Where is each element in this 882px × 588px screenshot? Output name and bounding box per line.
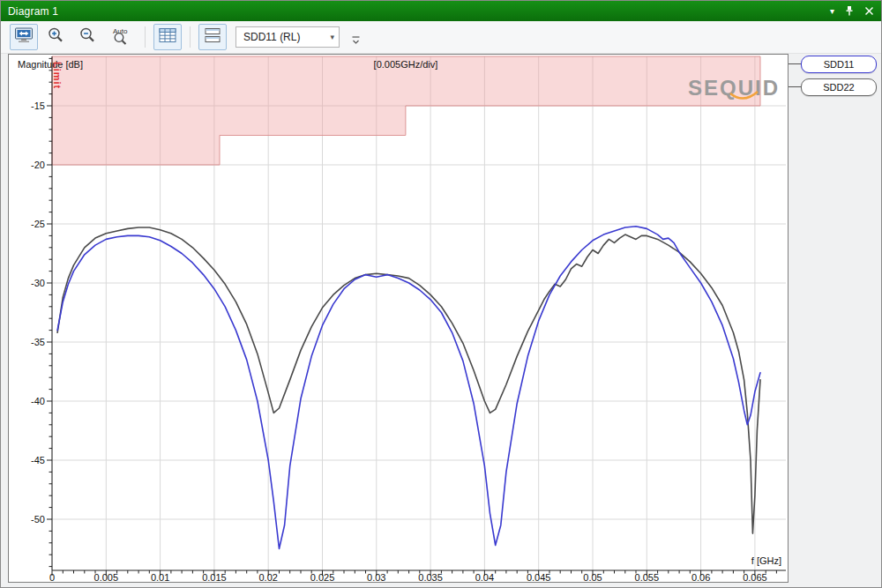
svg-text:0.015: 0.015 [202,572,227,582]
svg-text:0.01: 0.01 [151,572,169,582]
limit-label: Limit [52,62,63,89]
titlebar[interactable]: Diagram 1 ▾ [1,1,881,21]
split-horizontal-icon [204,27,221,47]
legend-item-1[interactable]: SDD22 [801,78,877,96]
series-sdd11 [57,227,760,549]
svg-text:-35: -35 [31,337,45,347]
zoom-out-icon [78,26,96,48]
window-title: Diagram 1 [8,5,830,18]
legend-item-label: SDD22 [823,82,854,93]
svg-text:0: 0 [49,572,55,582]
svg-text:-15: -15 [31,100,45,111]
trace-select-value: SDD11 (RL) [243,31,300,43]
series-sdd22 [57,227,760,533]
legend-connector [789,86,801,87]
x-axis-title: f [GHz] [751,555,781,566]
toolbar-separator [190,26,191,48]
split-view-button[interactable] [198,24,227,50]
toolbar: Auto [1,21,881,54]
svg-text:0.055: 0.055 [635,572,660,582]
zoom-out-button[interactable] [73,24,101,50]
svg-text:0.06: 0.06 [691,572,710,582]
svg-text:-40: -40 [31,396,45,406]
svg-text:-20: -20 [31,160,45,170]
svg-text:-45: -45 [31,455,45,465]
pin-icon[interactable] [844,5,855,17]
legend-item-label: SDD11 [824,59,855,70]
overflow-chevron-icon [351,34,361,49]
auto-zoom-button[interactable]: Auto [105,24,137,50]
zoom-in-icon [47,26,64,48]
svg-text:0.02: 0.02 [258,572,277,582]
svg-text:0.005: 0.005 [94,572,119,582]
chart-canvas[interactable]: 00.0050.010.0150.020.0250.030.0350.040.0… [9,55,788,582]
chevron-down-icon: ▾ [330,33,334,41]
fit-to-window-button[interactable] [10,24,38,50]
trace-select[interactable]: SDD11 (RL) ▾ [235,26,340,48]
auto-zoom-icon: Auto [109,26,132,48]
svg-text:0.04: 0.04 [475,572,494,582]
legend-connector [789,63,801,64]
svg-text:0.025: 0.025 [310,572,335,582]
diagram-window: Diagram 1 ▾ [0,0,882,588]
svg-text:0.035: 0.035 [418,572,443,582]
scale-per-div-label: [0.005GHz/div] [374,59,438,70]
chart-panel: 00.0050.010.0150.020.0250.030.0350.040.0… [8,54,789,583]
close-icon[interactable] [864,6,874,16]
svg-text:-50: -50 [31,514,45,525]
svg-text:0.03: 0.03 [367,572,385,582]
tick-labels: 00.0050.010.0150.020.0250.030.0350.040.0… [31,100,767,582]
zoom-in-button[interactable] [41,24,70,50]
y-axis-title: Magnitude [dB] [18,59,83,70]
toolbar-separator [145,26,146,48]
limit-region [52,56,760,165]
svg-text:-25: -25 [31,219,45,229]
monitor-icon [14,26,34,48]
table-icon [159,27,176,47]
window-menu-chevron-icon[interactable]: ▾ [830,7,834,16]
svg-text:-30: -30 [31,278,45,288]
legend-item-0[interactable]: SDD11 [801,56,877,73]
svg-text:0.045: 0.045 [527,572,551,582]
svg-text:0.065: 0.065 [743,572,767,582]
table-view-button[interactable] [153,24,182,50]
toolbar-overflow-button[interactable] [351,34,361,50]
svg-text:0.05: 0.05 [583,572,602,582]
